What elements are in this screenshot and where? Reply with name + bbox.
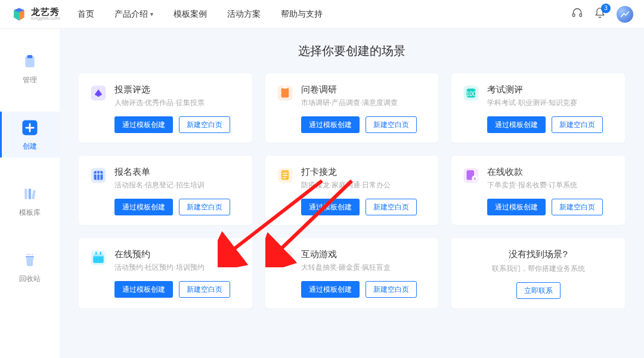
contact-button[interactable]: 立即联系 <box>516 282 561 299</box>
card-title: 互动游戏 <box>301 249 391 260</box>
sidebar-item-create[interactable]: 创建 <box>0 112 60 158</box>
trash-icon <box>20 250 40 270</box>
scene-card: 报名表单 活动报名·信息登记·招生培训 通过模板创建 新建空白页 <box>79 156 252 225</box>
scene-card: 问卷调研 市场调研·产品调查·满意度调查 通过模板创建 新建空白页 <box>265 73 439 143</box>
card-icon <box>276 249 294 267</box>
sidebar-item-label: 模板库 <box>19 208 41 218</box>
plus-icon <box>20 118 40 138</box>
card-icon <box>89 249 107 267</box>
svg-rect-17 <box>94 171 103 180</box>
cta-subtitle: 联系我们，帮你搭建业务系统 <box>492 264 585 274</box>
card-title: 在线收款 <box>487 166 577 178</box>
svg-rect-27 <box>95 252 97 255</box>
new-blank-button[interactable]: 新建空白页 <box>552 116 603 133</box>
scene-card: 在线预约 活动预约·社区预约·培训预约 通过模板创建 新建空白页 <box>79 238 252 308</box>
create-from-template-button[interactable]: 通过模板创建 <box>301 199 360 215</box>
svg-rect-26 <box>93 254 104 257</box>
svg-rect-5 <box>24 189 27 199</box>
card-icon <box>89 84 107 102</box>
sidebar-item-manage[interactable]: 管理 <box>0 45 60 91</box>
nav-templates[interactable]: 模板案例 <box>174 9 207 20</box>
logo-icon <box>11 6 27 23</box>
new-blank-button[interactable]: 新建空白页 <box>366 116 417 133</box>
new-blank-button[interactable]: 新建空白页 <box>552 199 603 215</box>
nav-products[interactable]: 产品介绍▾ <box>114 9 153 20</box>
card-subtitle: 活动预约·社区预约·培训预约 <box>114 263 205 273</box>
svg-rect-8 <box>26 256 34 258</box>
clipboard-icon <box>20 51 40 72</box>
card-icon <box>276 84 294 102</box>
svg-rect-3 <box>27 55 33 58</box>
create-from-template-button[interactable]: 通过模板创建 <box>301 281 360 298</box>
card-subtitle: 下单卖货·报名收费·订单系统 <box>487 180 577 190</box>
scene-card: 打卡接龙 防疫接龙·家庭沟通·日常办公 通过模板创建 新建空白页 <box>265 156 439 225</box>
svg-rect-0 <box>573 13 575 16</box>
sidebar: 管理 创建 模板库 回收站 <box>0 29 60 358</box>
top-nav: 龙艺秀 longyixiu.com 首页 产品介绍▾ 模板案例 活动方案 帮助与… <box>0 0 644 29</box>
card-title: 报名表单 <box>114 166 205 178</box>
headset-icon[interactable] <box>571 7 583 21</box>
notification-badge: 3 <box>601 4 611 13</box>
svg-rect-1 <box>580 13 581 16</box>
svg-rect-6 <box>29 189 31 199</box>
scene-card: ¥ 在线收款 下单卖货·报名收费·订单系统 通过模板创建 新建空白页 <box>451 156 625 225</box>
scene-card: 互动游戏 大转盘抽奖·砸金蛋·疯狂盲盒 通过模板创建 新建空白页 <box>265 238 439 308</box>
card-subtitle: 大转盘抽奖·砸金蛋·疯狂盲盒 <box>301 263 391 273</box>
card-title: 打卡接龙 <box>301 166 391 178</box>
new-blank-button[interactable]: 新建空白页 <box>179 116 230 133</box>
svg-rect-7 <box>32 190 35 199</box>
svg-rect-12 <box>283 87 287 89</box>
create-from-template-button[interactable]: 通过模板创建 <box>114 281 173 298</box>
new-blank-button[interactable]: 新建空白页 <box>179 281 230 298</box>
main-content: 选择你要创建的场景 投票评选 人物评选·优秀作品·征集投票 通过模板创建 新建空… <box>60 29 644 358</box>
new-blank-button[interactable]: 新建空白页 <box>366 281 417 298</box>
card-subtitle: 市场调研·产品调查·满意度调查 <box>301 98 398 108</box>
notifications-button[interactable]: 3 <box>594 7 606 21</box>
card-subtitle: 人物评选·优秀作品·征集投票 <box>114 98 205 108</box>
nav-home[interactable]: 首页 <box>78 9 94 20</box>
books-icon <box>20 184 40 204</box>
page-title: 选择你要创建的场景 <box>79 43 625 59</box>
svg-rect-32 <box>284 252 286 255</box>
card-subtitle: 学科考试·职业测评·知识竞赛 <box>487 98 577 108</box>
scene-card: 100 考试测评 学科考试·职业测评·知识竞赛 通过模板创建 新建空白页 <box>451 73 625 143</box>
svg-rect-11 <box>281 88 289 97</box>
card-icon <box>276 166 294 184</box>
create-from-template-button[interactable]: 通过模板创建 <box>114 199 173 215</box>
sidebar-item-label: 回收站 <box>19 274 41 284</box>
brand-logo[interactable]: 龙艺秀 longyixiu.com <box>11 6 60 23</box>
card-title: 投票评选 <box>114 84 205 95</box>
create-from-template-button[interactable]: 通过模板创建 <box>114 116 173 133</box>
card-subtitle: 防疫接龙·家庭沟通·日常办公 <box>301 180 391 190</box>
create-from-template-button[interactable]: 通过模板创建 <box>301 116 360 133</box>
avatar[interactable] <box>617 6 633 23</box>
svg-rect-28 <box>100 252 102 255</box>
new-blank-button[interactable]: 新建空白页 <box>366 199 417 215</box>
create-from-template-button[interactable]: 通过模板创建 <box>487 116 546 133</box>
chevron-down-icon: ▾ <box>150 11 153 17</box>
card-title: 在线预约 <box>114 249 205 260</box>
brand-domain: longyixiu.com <box>31 16 60 21</box>
brand-name: 龙艺秀 <box>31 7 60 16</box>
nav-plans[interactable]: 活动方案 <box>227 9 261 20</box>
nav-help[interactable]: 帮助与支持 <box>281 9 323 20</box>
card-title: 问卷调研 <box>301 84 398 95</box>
sidebar-item-label: 创建 <box>23 141 37 152</box>
card-title: 考试测评 <box>487 84 577 95</box>
card-icon <box>89 166 107 184</box>
card-icon: ¥ <box>462 166 480 184</box>
svg-rect-30 <box>280 257 289 263</box>
sidebar-item-recycle[interactable]: 回收站 <box>0 244 60 290</box>
create-from-template-button[interactable]: 通过模板创建 <box>487 199 546 215</box>
cta-title: 没有找到场景? <box>509 249 567 260</box>
cta-card: 没有找到场景? 联系我们，帮你搭建业务系统 立即联系 <box>451 238 625 308</box>
svg-text:100: 100 <box>466 91 476 97</box>
new-blank-button[interactable]: 新建空白页 <box>179 199 230 215</box>
sidebar-item-label: 管理 <box>23 75 37 85</box>
card-subtitle: 活动报名·信息登记·招生培训 <box>114 180 205 190</box>
sidebar-item-templates[interactable]: 模板库 <box>0 178 60 224</box>
scene-card: 投票评选 人物评选·优秀作品·征集投票 通过模板创建 新建空白页 <box>79 73 252 143</box>
card-icon: 100 <box>462 84 480 102</box>
